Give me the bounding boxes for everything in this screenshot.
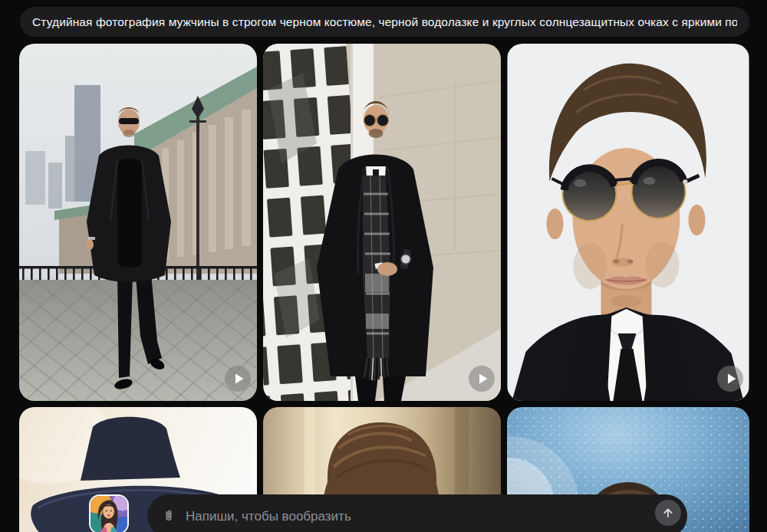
prompt-message-bubble[interactable]: Студийная фотография мужчины в строгом ч… [20,7,749,37]
attach-button[interactable] [158,505,179,527]
avatar-illustration-icon [91,496,127,532]
paperclip-icon [163,508,175,524]
play-button[interactable] [225,366,251,392]
app-screen: Студийная фотография мужчины в строгом ч… [0,0,767,532]
message-input-pill[interactable] [147,494,687,532]
generated-tile-street-walk[interactable] [19,44,257,401]
arrow-up-icon [660,505,676,521]
generated-tile-studio-portrait[interactable] [507,44,749,401]
generated-tile-window-lean[interactable] [263,44,501,401]
play-icon [235,373,244,384]
play-icon [479,373,488,384]
send-button[interactable] [655,500,681,526]
message-input[interactable] [184,502,647,531]
play-icon [727,373,736,384]
app-avatar[interactable] [89,494,129,532]
window-lean-image [263,44,501,401]
play-button[interactable] [717,366,743,392]
studio-portrait-image [507,44,749,401]
play-button[interactable] [469,366,495,392]
street-walk-image [19,44,257,401]
prompt-text: Студийная фотография мужчины в строгом ч… [32,15,737,29]
